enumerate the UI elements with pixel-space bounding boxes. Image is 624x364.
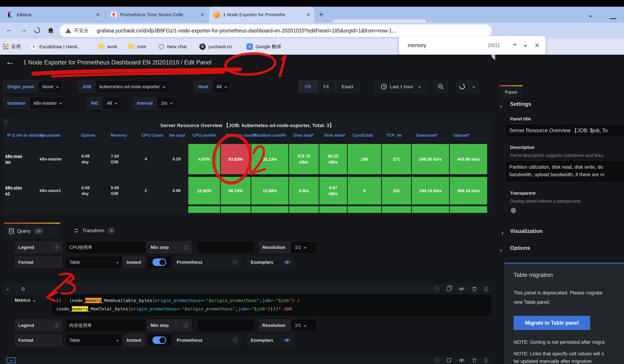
close-tab-icon[interactable]: ✕ <box>96 12 100 17</box>
bookmark-excalidraw[interactable]: X Excalidraw | Hand... <box>31 39 81 55</box>
instant-toggle[interactable] <box>153 337 166 344</box>
query-section-g[interactable]: G ? <box>3 283 492 295</box>
column-header[interactable]: Upload* <box>454 133 469 138</box>
column-header[interactable]: CPU Cores <box>141 133 163 138</box>
eye-icon[interactable] <box>284 338 290 342</box>
trash-icon[interactable] <box>472 358 477 363</box>
variable-value-dropdown[interactable]: All <box>103 97 121 109</box>
variable-value-dropdown[interactable]: kubernetes-sd-node-exporter <box>96 80 169 93</box>
column-header[interactable]: Memory used% <box>226 133 257 138</box>
description-textarea[interactable]: Partition utilization, disk read, disk w… <box>505 160 624 182</box>
minimize-icon[interactable] <box>610 18 616 19</box>
hide-query-eye-icon[interactable] <box>458 287 465 291</box>
zoom-out-button[interactable] <box>434 80 448 93</box>
promql-editor[interactable]: (1 - (node_memory_MemAvailable_bytes{ori… <box>51 294 491 317</box>
refresh-button[interactable] <box>456 80 469 93</box>
info-icon[interactable]: i <box>233 260 237 265</box>
chevron-down-icon[interactable] <box>6 288 9 290</box>
metrics-dropdown[interactable]: Metrics <box>15 298 35 303</box>
fit-button[interactable]: Fit <box>317 80 335 93</box>
min-step-input[interactable] <box>197 319 255 332</box>
close-tab-icon[interactable]: ✕ <box>201 12 204 17</box>
next-query-section-partial[interactable]: ? <box>3 356 492 364</box>
drag-handle-icon[interactable] <box>484 358 488 363</box>
legend-input[interactable]: 内存使用率 <box>66 319 146 332</box>
chevron-right-icon[interactable] <box>501 231 503 235</box>
info-icon[interactable]: i <box>183 245 188 250</box>
address-bar[interactable]: 不安全 grafana.yuchaoit.cn/d/xfpJB9FGz/1-no… <box>60 24 492 37</box>
tab-prometheus[interactable]: Prometheus Time Series Colle ✕ <box>106 7 208 23</box>
find-previous-icon[interactable] <box>514 43 516 47</box>
visualization-section-header[interactable]: Visualization <box>510 228 543 234</box>
column-header[interactable]: Memory <box>111 133 127 138</box>
info-icon[interactable]: i <box>54 245 59 250</box>
reload-icon[interactable] <box>34 27 40 35</box>
variable-value-dropdown[interactable]: 2m <box>157 97 177 109</box>
tab-kibana[interactable]: Kibana ✕ <box>3 7 104 23</box>
refresh-interval-dropdown[interactable] <box>469 80 479 93</box>
info-icon[interactable]: i <box>183 323 188 328</box>
fill-button[interactable]: Fill <box>298 80 317 93</box>
url-text[interactable]: grafana.yuchaoit.cn/d/xfpJB9FGz/1-node-e… <box>97 28 492 34</box>
bookmark-new-chat[interactable]: New chat <box>158 39 187 55</box>
column-header[interactable]: TCP_tw <box>386 133 402 138</box>
format-select[interactable]: Table <box>66 256 122 269</box>
bookmark-note[interactable]: note <box>128 39 146 55</box>
bookmark-work[interactable]: work <box>98 39 117 55</box>
column-header[interactable]: Disk write* <box>324 133 346 138</box>
duplicate-icon[interactable] <box>447 287 451 291</box>
collapse-button-focused[interactable] <box>7 357 16 363</box>
chevron-down-icon[interactable] <box>500 104 502 108</box>
find-next-icon[interactable] <box>524 43 526 47</box>
back-icon[interactable]: ← <box>6 26 12 33</box>
column-header[interactable]: CurrEstab <box>353 133 373 138</box>
variable-value-dropdown[interactable]: None <box>38 80 63 93</box>
forward-icon[interactable]: → <box>21 26 27 33</box>
help-icon[interactable]: ? <box>434 358 439 363</box>
column-header[interactable]: Hostname <box>40 133 60 138</box>
tab-grafana-active[interactable]: 1 Node Exporter for Promethe ✕ <box>209 7 314 23</box>
back-arrow-icon[interactable]: ← <box>5 56 15 67</box>
column-header[interactable]: Disk read* <box>293 133 314 138</box>
tab-panel[interactable]: Panel <box>499 85 522 98</box>
find-in-page-bar[interactable]: memory 10/11 ✕ <box>399 36 546 55</box>
tab-search-chevron-icon[interactable] <box>589 12 592 19</box>
info-icon[interactable]: i <box>54 323 59 328</box>
eye-icon[interactable] <box>284 260 290 264</box>
column-header[interactable]: IP (Link to details) <box>7 133 43 138</box>
column-header[interactable]: Uptime <box>81 133 95 138</box>
close-tab-icon[interactable]: ✕ <box>307 12 310 17</box>
format-select[interactable]: Table <box>66 334 122 346</box>
node-link[interactable]: k8s-slave1 <box>5 185 23 196</box>
security-label[interactable]: 不安全 <box>74 27 89 34</box>
legend-input[interactable]: CPU使用率 <box>66 241 146 253</box>
find-close-icon[interactable]: ✕ <box>535 42 539 49</box>
panel-title[interactable]: Server Resource Overview 【JOB: kubernete… <box>3 122 492 129</box>
resolution-select[interactable]: 1/1 <box>291 319 317 332</box>
trash-icon[interactable] <box>472 286 477 291</box>
options-section-header[interactable]: Options <box>510 245 530 251</box>
column-header[interactable]: Download* <box>416 133 438 138</box>
panel-title-input[interactable]: Server Resource Overview 【JOB: $job, To <box>505 124 624 137</box>
exact-button[interactable]: Exact <box>335 80 360 93</box>
new-tab-button[interactable]: + <box>319 10 324 19</box>
migrate-to-table-panel-button[interactable]: Migrate to Table panel <box>514 316 590 330</box>
instant-toggle[interactable] <box>153 258 166 266</box>
resolution-select[interactable]: 1/1 <box>291 241 317 253</box>
column-header[interactable]: 5m load <box>169 133 185 138</box>
min-step-input[interactable] <box>197 241 255 253</box>
node-link[interactable]: k8s-master <box>5 153 23 165</box>
drag-handle-icon[interactable] <box>484 286 488 292</box>
home-icon[interactable] <box>47 27 54 34</box>
tab-query[interactable]: Query 14 <box>4 223 60 239</box>
variable-value-dropdown[interactable]: k8s-master <box>30 97 66 109</box>
settings-section-header[interactable]: Settings <box>510 101 531 107</box>
column-header[interactable]: CPU used% <box>192 133 216 138</box>
bookmark-yuchaoit[interactable]: S yuchaoit.cn <box>199 39 232 55</box>
time-picker[interactable]: Last 1 hour <box>375 80 427 93</box>
bookmark-google-translate[interactable]: 文 Google 翻译 <box>247 39 281 55</box>
chevron-down-icon[interactable] <box>500 248 502 252</box>
hide-query-eye-icon[interactable] <box>458 358 465 362</box>
duplicate-icon[interactable] <box>447 358 451 362</box>
variable-value-dropdown[interactable]: All <box>212 80 231 93</box>
